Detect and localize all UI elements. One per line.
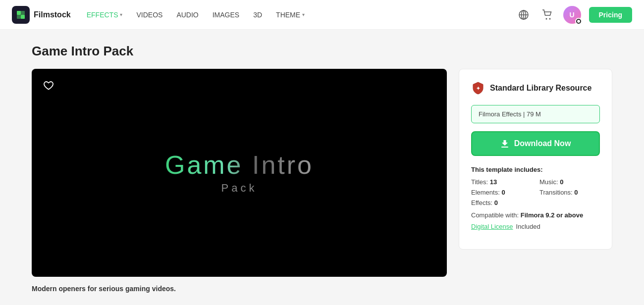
includes-title: This template includes: xyxy=(471,166,600,173)
avatar-initials: U xyxy=(569,11,574,19)
license-row: Digital License Included xyxy=(471,223,600,230)
main-nav: EFFECTS ▾ VIDEOS AUDIO IMAGES 3D THEME ▾ xyxy=(87,1,516,29)
stat-music-value: 0 xyxy=(560,178,563,186)
svg-text:✦: ✦ xyxy=(476,86,481,91)
description-text: Modern openers for serious gaming videos… xyxy=(32,285,612,293)
stat-music-label: Music: xyxy=(539,178,560,186)
stat-transitions-label: Transitions: xyxy=(539,189,574,196)
page-content: Game Intro Pack Game Intro Pack ✦ xyxy=(20,30,624,305)
stat-music: Music: 0 xyxy=(539,178,600,186)
video-player[interactable]: Game Intro Pack xyxy=(32,69,447,277)
avatar-badge xyxy=(575,18,582,25)
nav-videos[interactable]: VIDEOS xyxy=(136,1,162,29)
video-title-main: Game Intro xyxy=(165,151,314,179)
compatible-value: Filmora 9.2 or above xyxy=(521,211,583,219)
svg-point-9 xyxy=(549,18,550,19)
compatible-row: Compatible with: Filmora 9.2 or above xyxy=(471,211,600,219)
pricing-button[interactable]: Pricing xyxy=(589,7,632,23)
template-includes: This template includes: Titles: 13 Music… xyxy=(471,166,600,230)
page-title: Game Intro Pack xyxy=(32,44,612,59)
nav-effects[interactable]: EFFECTS ▾ xyxy=(87,1,123,29)
chevron-down-icon: ▾ xyxy=(120,12,122,17)
stat-effects: Effects: 0 xyxy=(471,199,532,206)
stat-elements-value: 0 xyxy=(501,189,505,196)
stat-transitions-value: 0 xyxy=(574,189,578,196)
download-button[interactable]: Download Now xyxy=(471,131,600,156)
header: Filmstock EFFECTS ▾ VIDEOS AUDIO IMAGES … xyxy=(0,0,644,30)
file-info-box: Filmora Effects | 79 M xyxy=(471,105,600,123)
stats-grid: Titles: 13 Music: 0 Elements: 0 Transiti… xyxy=(471,178,600,206)
nav-3d[interactable]: 3D xyxy=(253,1,262,29)
compatible-label: Compatible with: xyxy=(471,211,521,219)
main-layout: Game Intro Pack ✦ Standard Library Resou… xyxy=(32,69,612,277)
video-title-sub: Pack xyxy=(165,182,314,195)
stat-elements-label: Elements: xyxy=(471,189,501,196)
svg-rect-3 xyxy=(21,15,25,19)
stat-effects-label: Effects: xyxy=(471,199,494,206)
stat-titles-label: Titles: xyxy=(471,178,490,186)
chevron-down-icon: ▾ xyxy=(302,12,305,17)
nav-audio[interactable]: AUDIO xyxy=(176,1,198,29)
svg-rect-2 xyxy=(17,15,21,19)
nav-theme-label: THEME xyxy=(276,11,300,19)
svg-point-8 xyxy=(545,18,547,19)
logo-text: Filmstock xyxy=(34,10,71,19)
nav-images[interactable]: IMAGES xyxy=(213,1,239,29)
stat-transitions: Transitions: 0 xyxy=(539,189,600,196)
nav-effects-label: EFFECTS xyxy=(87,11,118,19)
svg-rect-12 xyxy=(501,147,508,148)
shield-icon: ✦ xyxy=(471,81,485,95)
resource-sidebar: ✦ Standard Library Resource Filmora Effe… xyxy=(459,69,612,250)
license-suffix: Included xyxy=(516,223,540,230)
logo[interactable]: Filmstock xyxy=(12,6,71,24)
resource-header: ✦ Standard Library Resource xyxy=(471,81,600,95)
stat-titles: Titles: 13 xyxy=(471,178,532,186)
stat-elements: Elements: 0 xyxy=(471,189,532,196)
nav-theme[interactable]: THEME ▾ xyxy=(276,1,305,29)
license-link[interactable]: Digital License xyxy=(471,223,513,230)
nav-images-label: IMAGES xyxy=(213,11,239,19)
download-icon xyxy=(500,139,509,148)
svg-rect-0 xyxy=(17,11,21,15)
avatar[interactable]: U xyxy=(563,6,581,24)
video-overlay: Game Intro Pack xyxy=(165,151,314,194)
svg-rect-1 xyxy=(21,11,25,15)
download-label: Download Now xyxy=(514,139,571,148)
stat-effects-value: 0 xyxy=(494,199,498,206)
nav-audio-label: AUDIO xyxy=(176,11,198,19)
nav-3d-label: 3D xyxy=(253,11,262,19)
svg-point-10 xyxy=(577,20,580,23)
logo-icon xyxy=(12,6,30,24)
resource-title: Standard Library Resource xyxy=(490,84,591,93)
globe-icon[interactable] xyxy=(516,7,532,23)
header-right: U Pricing xyxy=(516,6,632,24)
favorite-button[interactable] xyxy=(40,77,57,95)
nav-videos-label: VIDEOS xyxy=(136,11,162,19)
cart-icon[interactable] xyxy=(539,7,555,23)
stat-titles-value: 13 xyxy=(490,178,497,186)
